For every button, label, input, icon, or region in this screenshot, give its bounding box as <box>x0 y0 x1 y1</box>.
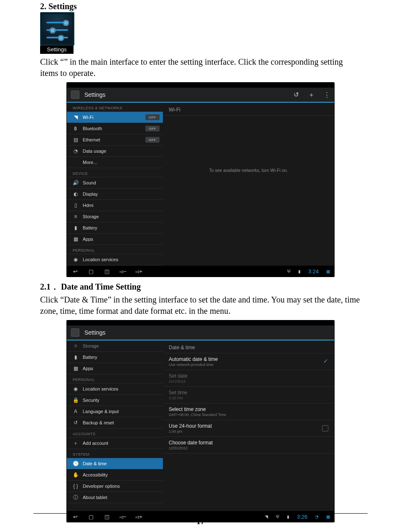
heading-2-1-text: 2.1． Date and Time Setting <box>40 282 141 291</box>
sidebar-item-location[interactable]: ◉ Location services <box>67 254 163 265</box>
language-icon: A <box>73 408 79 414</box>
sidebar-item-storage[interactable]: ≡ Storage <box>67 211 163 222</box>
storage-icon: ≡ <box>73 214 79 219</box>
info-icon: ⓘ <box>73 494 79 500</box>
detail-item-date-format[interactable]: Choose date format 12/31/2012 <box>163 437 334 454</box>
sidebar-item-battery[interactable]: ▮ Battery <box>67 222 163 233</box>
screenshot-date-time: Settings ≡ Storage ▮ Battery ▦ Apps PERS… <box>66 320 335 522</box>
sidebar-label: Battery <box>83 225 97 230</box>
settings-sidebar: WIRELESS & NETWORKS ◥ Wi-Fi OFF ฿ Blueto… <box>67 103 163 265</box>
ethernet-toggle[interactable]: OFF <box>145 137 160 143</box>
sidebar-label: Accessibility <box>83 472 108 477</box>
developer-icon: { } <box>73 483 79 489</box>
wifi-toggle[interactable]: OFF <box>145 114 160 120</box>
status-bar <box>67 83 334 88</box>
clock: 3:24 <box>308 268 319 275</box>
refresh-icon[interactable]: ↺ <box>294 91 299 99</box>
settings-glyph-icon <box>71 328 79 337</box>
sidebar-item-data-usage[interactable]: ◔ Data usage <box>67 145 163 156</box>
app-titlebar: Settings <box>67 325 334 340</box>
recent-icon[interactable]: ◫ <box>103 268 111 275</box>
item-subtitle: Use network-provided time <box>169 363 328 367</box>
sidebar-label: Apps <box>83 366 93 371</box>
detail-item-24h[interactable]: Use 24-hour format 1:00 pm <box>163 420 334 437</box>
detail-item-timezone[interactable]: Select time zone GMT+08:00, China Standa… <box>163 403 334 420</box>
settings-quick-icon[interactable]: ▦ <box>326 269 330 274</box>
location-icon: ◉ <box>73 257 79 262</box>
sidebar-label: Add account <box>83 441 108 446</box>
sidebar-item-security[interactable]: 🔒 Security <box>67 394 163 406</box>
sidebar-item-location[interactable]: ◉ Location services <box>67 383 163 394</box>
sidebar-item-battery[interactable]: ▮ Battery <box>67 351 163 363</box>
settings-app-icon-label: Settings <box>40 45 74 54</box>
screenshot-settings-main: Settings ↺ ＋ ⋮ WIRELESS & NETWORKS ◥ Wi-… <box>66 82 335 277</box>
detail-item-set-date: Set date 11/1/2012 <box>163 370 334 387</box>
volume-down-icon[interactable]: ◅− <box>119 268 127 275</box>
location-icon: ◉ <box>73 386 79 392</box>
sidebar-item-language[interactable]: A Language & input <box>67 406 163 417</box>
paragraph-2-1: Click “Date & Time” in the setting inter… <box>40 294 361 317</box>
sidebar-label: Sound <box>83 180 96 185</box>
add-icon[interactable]: ＋ <box>308 91 315 99</box>
item-title: Choose date format <box>169 440 328 446</box>
sidebar-item-hdmi[interactable]: ▯ Hdmi <box>67 199 163 211</box>
settings-detail-pane: Date & time Automatic date & time Use ne… <box>163 340 334 511</box>
volume-up-icon[interactable]: ◅+ <box>135 268 143 275</box>
section-personal: PERSONAL <box>67 245 163 254</box>
sidebar-item-accessibility[interactable]: ✋ Accessibility <box>67 469 163 480</box>
intro-paragraph: Click “” in the main interface to enter … <box>40 56 361 79</box>
sidebar-item-ethernet[interactable]: ▤ Ethernet OFF <box>67 134 163 145</box>
section-device: DEVICE <box>67 168 163 177</box>
sidebar-item-developer[interactable]: { } Developer options <box>67 480 163 492</box>
settings-detail-pane: Wi-Fi To see available networks, turn Wi… <box>163 103 334 265</box>
sidebar-item-backup[interactable]: ↺ Backup & reset <box>67 417 163 428</box>
section-system: SYSTEM <box>67 449 163 458</box>
sidebar-label: Data usage <box>83 149 106 154</box>
app-titlebar: Settings ↺ ＋ ⋮ <box>67 88 334 103</box>
accessibility-icon: ✋ <box>73 472 79 478</box>
checkbox-icon[interactable] <box>322 425 328 431</box>
heading-2-settings: 2. Settings <box>40 2 361 11</box>
settings-icon <box>40 12 74 45</box>
section-accounts: ACCOUNTS <box>67 428 163 437</box>
sidebar-item-apps[interactable]: ▦ Apps <box>67 233 163 245</box>
sidebar-label: Battery <box>83 355 97 360</box>
add-icon: ＋ <box>73 440 79 446</box>
sidebar-label: Location services <box>83 386 118 391</box>
system-navbar: ↩ ▢ ◫ ◅− ◅+ Ψ ▮ 3:24 ▦ <box>67 265 334 277</box>
sidebar-item-bluetooth[interactable]: ฿ Bluetooth OFF <box>67 123 163 134</box>
item-subtitle: GMT+08:00, China Standard Time <box>169 413 328 417</box>
titlebar-title: Settings <box>84 91 106 98</box>
sidebar-item-about[interactable]: ⓘ About tablet <box>67 492 163 503</box>
sidebar-item-sound[interactable]: 🔊 Sound <box>67 177 163 188</box>
sidebar-label: Wi-Fi <box>83 115 94 120</box>
sidebar-item-wifi[interactable]: ◥ Wi-Fi OFF <box>67 111 163 123</box>
item-title: Set time <box>169 390 328 396</box>
sidebar-item-date-time[interactable]: 🕓 Date & time <box>67 458 163 469</box>
sidebar-item-add-account[interactable]: ＋ Add account <box>67 437 163 449</box>
sidebar-label: Backup & reset <box>83 420 114 425</box>
item-title: Automatic date & time <box>169 356 328 362</box>
sidebar-label: Ethernet <box>83 137 100 142</box>
apps-icon: ▦ <box>73 236 79 242</box>
storage-icon: ≡ <box>73 343 79 349</box>
item-subtitle: 12/31/2012 <box>169 446 328 450</box>
settings-glyph-icon <box>71 91 79 99</box>
item-title: Set date <box>169 373 328 379</box>
detail-item-auto-date[interactable]: Automatic date & time Use network-provid… <box>163 353 334 370</box>
hdmi-icon: ▯ <box>73 202 79 208</box>
detail-item-set-time: Set time 3:25 PM <box>163 387 334 403</box>
sidebar-item-display[interactable]: ◐ Display <box>67 188 163 199</box>
sidebar-item-more[interactable]: More… <box>67 156 163 168</box>
home-icon[interactable]: ▢ <box>87 268 95 275</box>
sidebar-item-apps[interactable]: ▦ Apps <box>67 363 163 374</box>
check-icon: ✓ <box>323 358 328 364</box>
overflow-menu-icon[interactable]: ⋮ <box>324 91 330 99</box>
back-icon[interactable]: ↩ <box>71 268 79 275</box>
item-subtitle: 3:25 PM <box>169 396 328 400</box>
sidebar-item-storage[interactable]: ≡ Storage <box>67 340 163 351</box>
detail-header: Wi-Fi <box>163 103 334 116</box>
bluetooth-toggle[interactable]: OFF <box>145 126 160 131</box>
data-usage-icon: ◔ <box>73 148 79 154</box>
detail-header: Date & time <box>163 340 334 353</box>
